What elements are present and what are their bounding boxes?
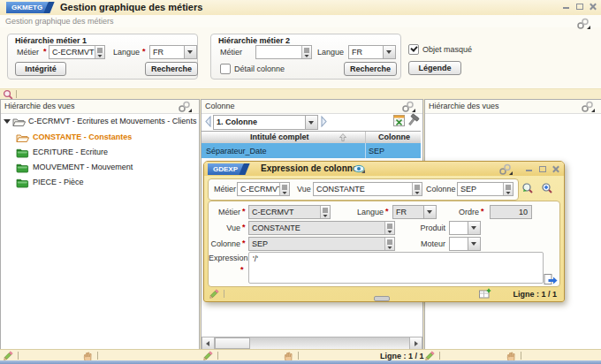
- recherche-button[interactable]: Recherche: [145, 62, 198, 76]
- chevron-down-icon[interactable]: [423, 206, 436, 218]
- colonne-selector-combo[interactable]: 1. Colonne: [213, 115, 318, 130]
- maximize-icon[interactable]: [538, 165, 546, 172]
- sort-ascending-icon[interactable]: [339, 133, 346, 141]
- search-refresh-icon[interactable]: [521, 182, 534, 194]
- colonne-key-field[interactable]: SEP: [457, 182, 514, 196]
- search-plus-icon[interactable]: [540, 182, 553, 194]
- cell-colonne: SEP: [369, 147, 384, 155]
- link-options-icon[interactable]: [581, 101, 595, 112]
- nav-next-icon[interactable]: [320, 116, 328, 127]
- expander-icon[interactable]: [4, 119, 11, 124]
- eye-visibility-icon[interactable]: [353, 164, 365, 173]
- tree-item-root[interactable]: C-ECRMVT - Ecritures et Mouvements - Cli…: [1, 116, 198, 129]
- dialog-key-toolbar: Métier C-ECRMVT Vue CONSTANTE Colonne SE…: [208, 178, 519, 201]
- colonne-label: Colonne: [210, 239, 240, 248]
- tree-item-mouvement[interactable]: MOUVEMENT - Mouvement: [1, 162, 198, 175]
- page-title: Gestion graphique des métiers: [60, 2, 202, 12]
- metier-field[interactable]: C-ECRMVT: [248, 205, 331, 219]
- scroll-left-icon[interactable]: [202, 337, 215, 349]
- edit-pencil-icon[interactable]: [208, 288, 220, 300]
- legende-button[interactable]: Légende: [408, 61, 461, 75]
- chevron-down-icon[interactable]: [468, 222, 480, 234]
- tools-hammer-icon[interactable]: [407, 113, 421, 127]
- table-header[interactable]: Intitulé complet Colonne: [202, 131, 421, 144]
- dialog-form: Métier * C-ECRMVT Langue * FR Ordre * 10…: [208, 201, 560, 287]
- required-marker: *: [242, 239, 246, 247]
- langue-label: Langue: [317, 48, 344, 57]
- tree-item-piece[interactable]: PIECE - Pièce: [1, 177, 198, 190]
- folder-open-icon: [16, 133, 30, 143]
- close-icon[interactable]: [552, 165, 559, 172]
- vue-label: Vue: [297, 185, 311, 193]
- spinner-icon[interactable]: [320, 206, 330, 218]
- chevron-down-icon[interactable]: [305, 116, 317, 129]
- column-header-intitule[interactable]: Intitulé complet: [250, 133, 309, 141]
- tree-item-ecriture[interactable]: ECRITURE - Ecriture: [1, 147, 198, 160]
- groupbox-title: Hiérarchie métier 1: [15, 36, 87, 45]
- integrite-button[interactable]: Intégrité: [15, 62, 66, 76]
- metier-key-field[interactable]: C-ECRMVT: [237, 182, 290, 196]
- expression-textarea[interactable]: '/': [248, 252, 544, 284]
- langue-combo[interactable]: FR: [149, 45, 197, 59]
- metier-label: Métier: [17, 48, 39, 57]
- objet-masque-checkbox[interactable]: [408, 44, 419, 55]
- link-options-icon[interactable]: [178, 101, 192, 112]
- link-options-icon[interactable]: [498, 163, 513, 175]
- metier-field[interactable]: [255, 45, 312, 59]
- recherche-button[interactable]: Recherche: [344, 62, 397, 76]
- scroll-right-icon[interactable]: [409, 337, 422, 349]
- column-header-colonne[interactable]: Colonne: [378, 133, 410, 141]
- spinner-icon[interactable]: [412, 183, 422, 195]
- chevron-down-icon[interactable]: [184, 46, 196, 58]
- required-marker: *: [142, 47, 146, 56]
- minimize-icon[interactable]: [525, 165, 533, 172]
- dialog-titlebar: GDEXP Expression de colonne: [204, 162, 564, 176]
- vue-field[interactable]: CONSTANTE: [248, 221, 395, 235]
- spinner-icon[interactable]: [95, 46, 104, 58]
- spinner-icon[interactable]: [384, 222, 394, 234]
- add-row-icon[interactable]: [479, 288, 491, 299]
- excel-export-icon[interactable]: [393, 115, 405, 126]
- produit-combo[interactable]: [449, 221, 481, 235]
- ordre-field[interactable]: 10: [490, 205, 532, 219]
- produit-label: Produit: [414, 224, 445, 232]
- maximize-icon[interactable]: [575, 3, 583, 10]
- colonne-field[interactable]: SEP: [248, 237, 395, 251]
- ligne-status: Ligne : 1 / 1: [380, 352, 424, 360]
- close-icon[interactable]: [589, 3, 597, 10]
- spinner-icon[interactable]: [384, 238, 394, 250]
- application-window: GKMETG Gestion graphique des métiers Ges…: [0, 0, 601, 364]
- required-marker: *: [43, 47, 47, 56]
- chevron-down-icon[interactable]: [383, 46, 395, 58]
- expression-label: Expression: [209, 254, 246, 262]
- ordre-label: Ordre: [447, 208, 479, 216]
- export-arrow-icon[interactable]: [544, 273, 558, 285]
- horizontal-scrollbar[interactable]: [202, 337, 422, 350]
- scrollbar-thumb[interactable]: [215, 337, 250, 349]
- table-row[interactable]: Séparateur_Date SEP: [202, 143, 421, 158]
- moteur-combo[interactable]: [449, 237, 481, 251]
- tree-item-constante[interactable]: CONSTANTE - Constantes: [1, 132, 198, 145]
- minimize-icon[interactable]: [562, 3, 570, 10]
- required-marker: *: [242, 223, 246, 231]
- vue-key-field[interactable]: CONSTANTE: [313, 182, 422, 196]
- dialog-title: Expression de colonne: [261, 163, 357, 173]
- vues-panel-left: Hiérarchie des vues C-ECRMVT - Ecritures…: [0, 99, 200, 351]
- metier-field[interactable]: C-ECRMVT: [49, 45, 105, 59]
- link-options-icon[interactable]: [401, 101, 415, 112]
- chevron-down-icon[interactable]: [468, 238, 480, 250]
- colonne-label: Colonne: [426, 185, 456, 193]
- langue-combo[interactable]: FR: [392, 205, 437, 219]
- detail-colonne-checkbox[interactable]: [220, 64, 231, 74]
- spinner-icon[interactable]: [279, 183, 289, 195]
- required-marker: *: [481, 207, 484, 216]
- langue-label: Langue: [113, 48, 140, 57]
- resize-grip[interactable]: [374, 296, 390, 301]
- nav-previous-icon[interactable]: [204, 116, 212, 127]
- langue-combo[interactable]: FR: [348, 45, 396, 59]
- spinner-icon[interactable]: [503, 183, 513, 195]
- expression-de-colonne-dialog: GDEXP Expression de colonne Métier C-ECR…: [203, 161, 565, 302]
- detail-colonne-label: Détail colonne: [234, 64, 285, 73]
- spinner-icon[interactable]: [301, 46, 311, 58]
- cell-intitule: Séparateur_Date: [206, 147, 267, 155]
